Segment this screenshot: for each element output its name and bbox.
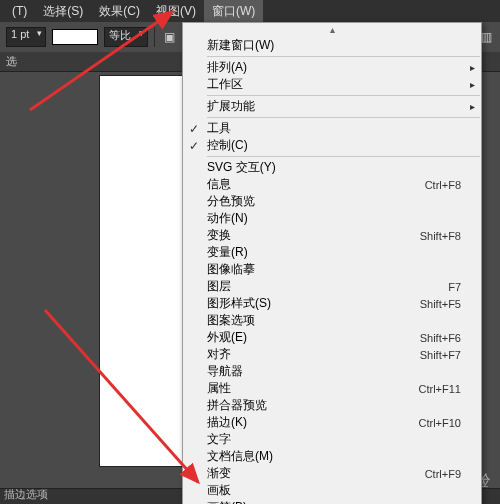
menu-separator bbox=[207, 95, 480, 96]
menu-item[interactable]: 信息Ctrl+F8 bbox=[183, 176, 481, 193]
menu-item[interactable]: 分色预览 bbox=[183, 193, 481, 210]
submenu-arrow-icon: ▸ bbox=[470, 79, 475, 90]
menu-item[interactable]: 排列(A)▸ bbox=[183, 59, 481, 76]
menu-item-label: 动作(N) bbox=[207, 210, 461, 227]
menu-item-label: 对齐 bbox=[207, 346, 400, 363]
menu-item[interactable]: 导航器 bbox=[183, 363, 481, 380]
menu-item[interactable]: 文档信息(M) bbox=[183, 448, 481, 465]
menu-item-shortcut: Ctrl+F9 bbox=[425, 468, 461, 480]
window-menu-dropdown: ▴ 新建窗口(W)排列(A)▸工作区▸扩展功能▸✓工具✓控制(C)SVG 交互(… bbox=[182, 22, 482, 504]
menu-select[interactable]: 选择(S) bbox=[35, 0, 91, 23]
point-size-select[interactable]: 1 pt bbox=[6, 27, 46, 47]
menu-item-label: 文档信息(M) bbox=[207, 448, 461, 465]
menu-item-label: 扩展功能 bbox=[207, 98, 461, 115]
menu-item-label: 工具 bbox=[207, 120, 461, 137]
menu-item[interactable]: 拼合器预览 bbox=[183, 397, 481, 414]
menu-item-label: 导航器 bbox=[207, 363, 461, 380]
menu-item-label: 描边(K) bbox=[207, 414, 399, 431]
check-icon: ✓ bbox=[189, 122, 199, 136]
menu-window[interactable]: 窗口(W) bbox=[204, 0, 263, 23]
stroke-preview[interactable] bbox=[52, 29, 98, 45]
menu-item-label: 拼合器预览 bbox=[207, 397, 461, 414]
menu-item[interactable]: ✓工具 bbox=[183, 120, 481, 137]
opacity-icon: ▣ bbox=[161, 29, 177, 45]
menu-item[interactable]: 图层F7 bbox=[183, 278, 481, 295]
menu-item[interactable]: 图像临摹 bbox=[183, 261, 481, 278]
menu-item-shortcut: Ctrl+F11 bbox=[419, 383, 462, 395]
menu-item-shortcut: Ctrl+F10 bbox=[419, 417, 462, 429]
submenu-arrow-icon: ▸ bbox=[470, 62, 475, 73]
menu-item-shortcut: F7 bbox=[448, 281, 461, 293]
menu-item-label: 图形样式(S) bbox=[207, 295, 400, 312]
menu-item[interactable]: 变量(R) bbox=[183, 244, 481, 261]
menu-item-label: 画板 bbox=[207, 482, 461, 499]
menu-item-shortcut: Shift+F8 bbox=[420, 230, 461, 242]
menu-item[interactable]: 图案选项 bbox=[183, 312, 481, 329]
menu-item-label: 图案选项 bbox=[207, 312, 461, 329]
menu-separator bbox=[207, 117, 480, 118]
menu-item-shortcut: Ctrl+F8 bbox=[425, 179, 461, 191]
menu-separator bbox=[207, 156, 480, 157]
menu-item[interactable]: 变换Shift+F8 bbox=[183, 227, 481, 244]
menu-item-shortcut: Shift+F5 bbox=[420, 298, 461, 310]
menu-item[interactable]: 渐变Ctrl+F9 bbox=[183, 465, 481, 482]
scroll-up-arrow[interactable]: ▴ bbox=[183, 25, 481, 37]
menu-item[interactable]: 属性Ctrl+F11 bbox=[183, 380, 481, 397]
menu-item[interactable]: 工作区▸ bbox=[183, 76, 481, 93]
divider bbox=[154, 27, 155, 47]
check-icon: ✓ bbox=[189, 139, 199, 153]
menu-item-label: 分色预览 bbox=[207, 193, 461, 210]
ratio-select[interactable]: 等比 bbox=[104, 27, 148, 47]
menu-item-shortcut: Shift+F6 bbox=[420, 332, 461, 344]
menu-item-label: 图层 bbox=[207, 278, 428, 295]
menu-item-label: 属性 bbox=[207, 380, 399, 397]
menu-view[interactable]: 视图(V) bbox=[148, 0, 204, 23]
menu-item-label: 排列(A) bbox=[207, 59, 461, 76]
menu-item-label: 工作区 bbox=[207, 76, 461, 93]
menu-item-label: 变换 bbox=[207, 227, 400, 244]
menu-item-label: 图像临摹 bbox=[207, 261, 461, 278]
menu-item[interactable]: 扩展功能▸ bbox=[183, 98, 481, 115]
menu-item[interactable]: 画笔(B)F5 bbox=[183, 499, 481, 504]
menu-effect[interactable]: 效果(C) bbox=[91, 0, 148, 23]
menu-item[interactable]: 画板 bbox=[183, 482, 481, 499]
menu-item[interactable]: 描边(K)Ctrl+F10 bbox=[183, 414, 481, 431]
menu-item-shortcut: Shift+F7 bbox=[420, 349, 461, 361]
menu-item[interactable]: 动作(N) bbox=[183, 210, 481, 227]
menu-item-label: SVG 交互(Y) bbox=[207, 159, 461, 176]
menu-item[interactable]: 对齐Shift+F7 bbox=[183, 346, 481, 363]
menu-item-label: 文字 bbox=[207, 431, 461, 448]
menu-item[interactable]: 图形样式(S)Shift+F5 bbox=[183, 295, 481, 312]
tab-label: 选 bbox=[6, 54, 17, 69]
menu-t[interactable]: (T) bbox=[4, 1, 35, 21]
menu-item-label: 新建窗口(W) bbox=[207, 37, 461, 54]
menu-item-label: 外观(E) bbox=[207, 329, 400, 346]
menu-item[interactable]: 新建窗口(W) bbox=[183, 37, 481, 54]
menubar: (T) 选择(S) 效果(C) 视图(V) 窗口(W) bbox=[0, 0, 500, 22]
bottom-label: 描边选项 bbox=[4, 487, 48, 502]
menu-item[interactable]: 外观(E)Shift+F6 bbox=[183, 329, 481, 346]
menu-item[interactable]: ✓控制(C) bbox=[183, 137, 481, 154]
submenu-arrow-icon: ▸ bbox=[470, 101, 475, 112]
menu-item-label: 画笔(B) bbox=[207, 499, 428, 504]
menu-item-label: 渐变 bbox=[207, 465, 405, 482]
menu-item[interactable]: 文字 bbox=[183, 431, 481, 448]
menu-item-label: 信息 bbox=[207, 176, 405, 193]
menu-item[interactable]: SVG 交互(Y) bbox=[183, 159, 481, 176]
menu-separator bbox=[207, 56, 480, 57]
menu-item-label: 控制(C) bbox=[207, 137, 461, 154]
menu-item-label: 变量(R) bbox=[207, 244, 461, 261]
